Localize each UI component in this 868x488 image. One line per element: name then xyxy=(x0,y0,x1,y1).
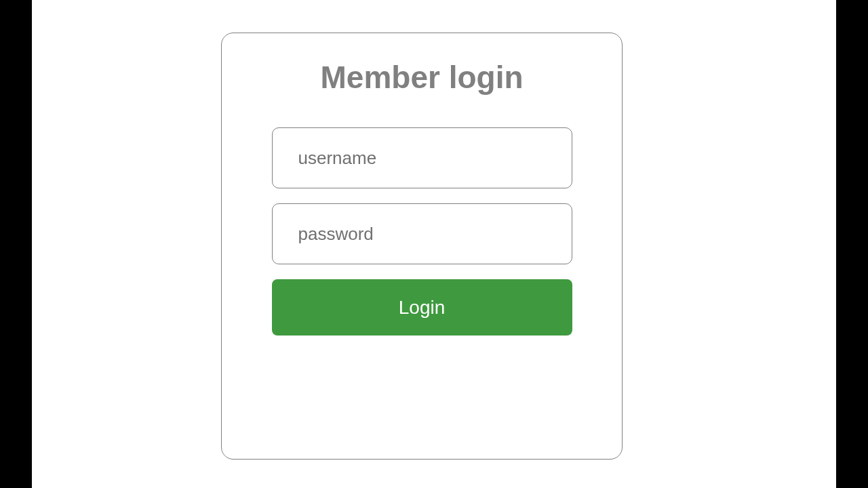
left-letterbox-bar xyxy=(0,0,32,488)
username-input[interactable] xyxy=(272,127,572,188)
password-input[interactable] xyxy=(272,203,572,264)
login-title: Member login xyxy=(320,59,523,96)
login-card: Member login Login xyxy=(221,33,623,460)
login-button[interactable]: Login xyxy=(272,279,572,336)
right-letterbox-bar xyxy=(836,0,868,488)
